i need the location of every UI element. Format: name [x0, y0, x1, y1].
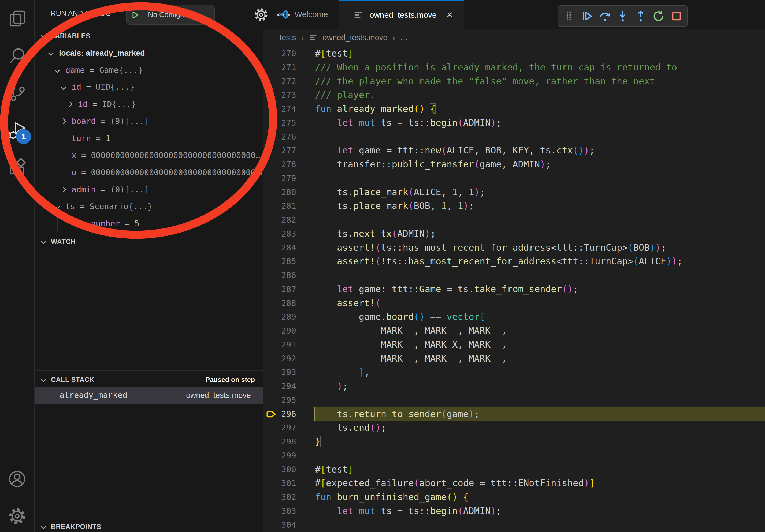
- code-line[interactable]: 279: [264, 171, 765, 185]
- source-control-icon[interactable]: [8, 83, 27, 102]
- step-into-icon[interactable]: [616, 9, 630, 23]
- line-number[interactable]: 297: [264, 421, 296, 435]
- continue-icon[interactable]: [580, 9, 594, 23]
- debug-settings-gear-icon[interactable]: [253, 7, 269, 23]
- variable-row[interactable]: x = 0000000000000000000000000000000000…: [35, 147, 263, 164]
- line-number[interactable]: 273: [264, 88, 296, 102]
- code-line[interactable]: 293 ],: [264, 366, 765, 379]
- line-number[interactable]: 291: [264, 338, 296, 352]
- code-line[interactable]: 274fun already_marked() {: [264, 102, 765, 116]
- code-line[interactable]: 285 assert!(!ts::has_most_recent_for_add…: [264, 254, 765, 268]
- line-number[interactable]: 289: [264, 310, 296, 324]
- variable-row[interactable]: ts = Scenario{...}: [35, 198, 263, 215]
- code-line[interactable]: 282: [264, 213, 765, 227]
- breadcrumb-item[interactable]: tests: [280, 33, 296, 42]
- restart-icon[interactable]: [652, 9, 666, 23]
- variable-row[interactable]: board = (9)[...]: [35, 113, 263, 130]
- chevron-down-icon[interactable]: [54, 67, 60, 73]
- line-number[interactable]: 288: [264, 296, 296, 310]
- chevron-down-icon[interactable]: [61, 84, 66, 90]
- chevron-right-icon[interactable]: [67, 101, 73, 107]
- breadcrumb-item[interactable]: …: [400, 33, 408, 42]
- code-line[interactable]: 292 MARK__, MARK__, MARK__,: [264, 352, 765, 366]
- explorer-icon[interactable]: [8, 9, 27, 28]
- line-number[interactable]: 293: [264, 366, 296, 379]
- variable-row[interactable]: o = 000000000000000000000000000000000000…: [35, 164, 263, 181]
- line-number[interactable]: 285: [264, 254, 296, 268]
- tab-welcome[interactable]: Welcome: [264, 0, 339, 29]
- code-line[interactable]: 277 let game = ttt::new(ALICE, BOB, KEY,…: [264, 143, 765, 157]
- line-number[interactable]: 302: [264, 490, 296, 504]
- launch-config-dropdown[interactable]: No Configurations: [126, 5, 215, 25]
- line-number[interactable]: 283: [264, 227, 296, 241]
- code-line[interactable]: 304: [264, 518, 765, 532]
- code-line-current[interactable]: 296 ts.return_to_sender(game);: [264, 407, 765, 421]
- code-line[interactable]: 289 game.board() == vector[: [264, 310, 765, 324]
- variable-row[interactable]: turn = 1: [35, 130, 263, 147]
- code-line[interactable]: 303 let mut ts = ts::begin(ADMIN);: [264, 504, 765, 518]
- code-line[interactable]: 270#[test]: [264, 47, 765, 61]
- code-line[interactable]: 278 transfer::public_transfer(game, ADMI…: [264, 157, 765, 171]
- code-line[interactable]: 297 ts.end();: [264, 421, 765, 435]
- line-number[interactable]: 277: [264, 143, 296, 157]
- variable-row[interactable]: game = Game{...}: [35, 62, 263, 79]
- code-line[interactable]: 290 MARK__, MARK__, MARK__,: [264, 324, 765, 338]
- chevron-right-icon[interactable]: [61, 119, 66, 124]
- line-number[interactable]: 287: [264, 282, 296, 296]
- line-number[interactable]: 304: [264, 518, 296, 532]
- code-line[interactable]: 275 let mut ts = ts::begin(ADMIN);: [264, 116, 765, 130]
- code-editor[interactable]: 270#[test]271/// When a position is alre…: [264, 47, 765, 532]
- line-number[interactable]: 301: [264, 476, 296, 490]
- settings-gear-icon[interactable]: [8, 507, 27, 526]
- extensions-icon[interactable]: [8, 157, 27, 177]
- variable-row[interactable]: txn_number = 5: [35, 215, 263, 232]
- code-line[interactable]: 281 ts.place_mark(BOB, 1, 1);: [264, 199, 765, 213]
- line-number[interactable]: 303: [264, 504, 296, 518]
- line-number[interactable]: 292: [264, 352, 296, 366]
- drag-handle-icon[interactable]: [562, 9, 576, 23]
- code-line[interactable]: 276: [264, 130, 765, 144]
- code-line[interactable]: 272/// the player who made the "false" m…: [264, 75, 765, 89]
- call-stack-section-header[interactable]: CALL STACK Paused on step: [35, 371, 263, 388]
- code-line[interactable]: 299: [264, 449, 765, 463]
- breakpoints-section-header[interactable]: BREAKPOINTS: [35, 518, 263, 532]
- code-line[interactable]: 280 ts.place_mark(ALICE, 1, 1);: [264, 185, 765, 199]
- variable-row[interactable]: id = UID{...}: [35, 79, 263, 96]
- variables-section-header[interactable]: VARIABLES: [35, 27, 263, 45]
- line-number[interactable]: 282: [264, 213, 296, 227]
- code-line[interactable]: 301#[expected_failure(abort_code = ttt::…: [264, 476, 765, 490]
- line-number[interactable]: 271: [264, 61, 296, 75]
- line-number[interactable]: 279: [264, 171, 296, 185]
- variable-row[interactable]: admin = (0)[...]: [35, 181, 263, 198]
- code-line[interactable]: 288 assert!(: [264, 296, 765, 310]
- line-number[interactable]: 294: [264, 379, 296, 393]
- code-line[interactable]: 294 );: [264, 379, 765, 393]
- step-out-icon[interactable]: [634, 9, 648, 23]
- line-number[interactable]: 276: [264, 130, 296, 144]
- line-number[interactable]: 275: [264, 116, 296, 130]
- start-debug-icon[interactable]: [127, 5, 143, 24]
- chevron-right-icon[interactable]: [61, 186, 66, 192]
- code-line[interactable]: 295: [264, 393, 765, 407]
- line-number[interactable]: 270: [264, 47, 296, 61]
- code-line[interactable]: 287 let game: ttt::Game = ts.take_from_s…: [264, 282, 765, 296]
- line-number[interactable]: 272: [264, 75, 296, 89]
- line-number[interactable]: 278: [264, 157, 296, 171]
- code-line[interactable]: 283 ts.next_tx(ADMIN);: [264, 227, 765, 241]
- line-number[interactable]: 284: [264, 241, 296, 255]
- scope-row[interactable]: locals: already_marked: [35, 45, 263, 62]
- line-number[interactable]: 299: [264, 449, 296, 463]
- code-line[interactable]: 300#[test]: [264, 463, 765, 476]
- breadcrumb-item[interactable]: owned_tests.move: [323, 33, 387, 42]
- search-icon[interactable]: [8, 46, 27, 66]
- code-line[interactable]: 302fun burn_unfinished_game() {: [264, 490, 765, 504]
- stop-icon[interactable]: [670, 9, 683, 23]
- close-icon[interactable]: ✕: [446, 10, 453, 20]
- variable-row[interactable]: id = ID{...}: [35, 96, 263, 113]
- line-number[interactable]: 295: [264, 393, 296, 407]
- line-number[interactable]: 296: [264, 407, 296, 421]
- code-line[interactable]: 271/// When a position is already marked…: [264, 61, 765, 75]
- line-number[interactable]: 274: [264, 102, 296, 116]
- code-line[interactable]: 273/// player.: [264, 88, 765, 102]
- chevron-down-icon[interactable]: [54, 204, 60, 209]
